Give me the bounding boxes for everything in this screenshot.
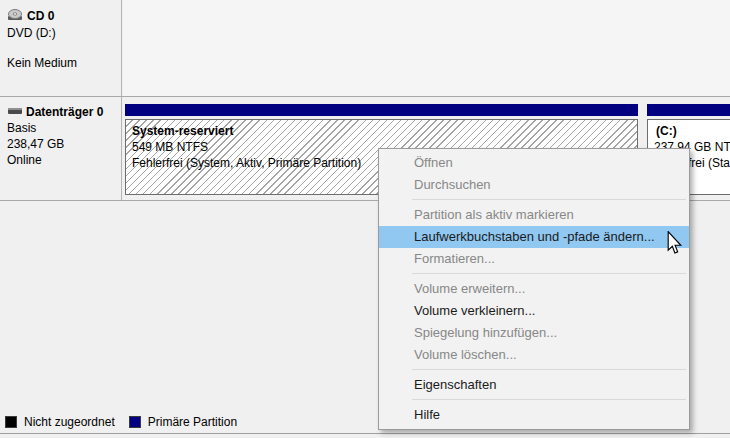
cd-drive-icon (7, 8, 24, 24)
menu-item-open[interactable]: Öffnen (379, 152, 689, 174)
menu-item-properties[interactable]: Eigenschaften (379, 374, 689, 396)
cd-device-label-cell[interactable]: CD 0 DVD (D:) Kein Medium (0, 0, 122, 96)
menu-separator (412, 273, 686, 274)
disk-device-name: Datenträger 0 (26, 105, 103, 119)
menu-item-help[interactable]: Hilfe (379, 404, 689, 426)
legend-label-primary: Primäre Partition (148, 415, 237, 429)
partition-name: (C:) (654, 123, 730, 139)
disk-status: Online (7, 153, 115, 167)
partition-color-bar (125, 104, 638, 116)
disk-size: 238,47 GB (7, 137, 115, 151)
cd-graph-area (123, 0, 730, 96)
menu-item-change-drive-letter[interactable]: Laufwerkbuchstaben und -pfade ändern... (379, 226, 689, 248)
partition-color-bar (647, 104, 730, 116)
partition-context-menu: Öffnen Durchsuchen Partition als aktiv m… (378, 148, 690, 430)
menu-separator (412, 199, 686, 200)
menu-item-format[interactable]: Formatieren... (379, 248, 689, 270)
legend-swatch-unallocated (5, 416, 17, 428)
legend: Nicht zugeordnet Primäre Partition (5, 415, 251, 429)
menu-item-mark-active[interactable]: Partition als aktiv markieren (379, 204, 689, 226)
hard-disk-icon (7, 105, 23, 119)
menu-item-shrink-volume[interactable]: Volume verkleinern... (379, 300, 689, 322)
partition-name: System-reserviert (132, 123, 637, 139)
device-row-cd0: CD 0 DVD (D:) Kein Medium (0, 0, 730, 97)
cd-device-name: CD 0 (27, 9, 54, 23)
menu-item-delete-volume[interactable]: Volume löschen... (379, 344, 689, 366)
disk-type: Basis (7, 121, 115, 135)
menu-item-browse[interactable]: Durchsuchen (379, 174, 689, 196)
menu-separator (412, 369, 686, 370)
cd-device-letter: DVD (D:) (7, 26, 115, 40)
cd-device-status: Kein Medium (7, 56, 115, 70)
disk-device-label-cell[interactable]: Datenträger 0 Basis 238,47 GB Online (0, 97, 122, 200)
menu-item-extend-volume[interactable]: Volume erweitern... (379, 278, 689, 300)
menu-separator (412, 399, 686, 400)
legend-label-unallocated: Nicht zugeordnet (24, 415, 115, 429)
menu-item-add-mirror[interactable]: Spiegelung hinzufügen... (379, 322, 689, 344)
legend-swatch-primary (129, 416, 141, 428)
disk-management-window: CD 0 DVD (D:) Kein Medium Datenträger 0 … (0, 0, 730, 438)
status-bar-divider (0, 433, 730, 434)
